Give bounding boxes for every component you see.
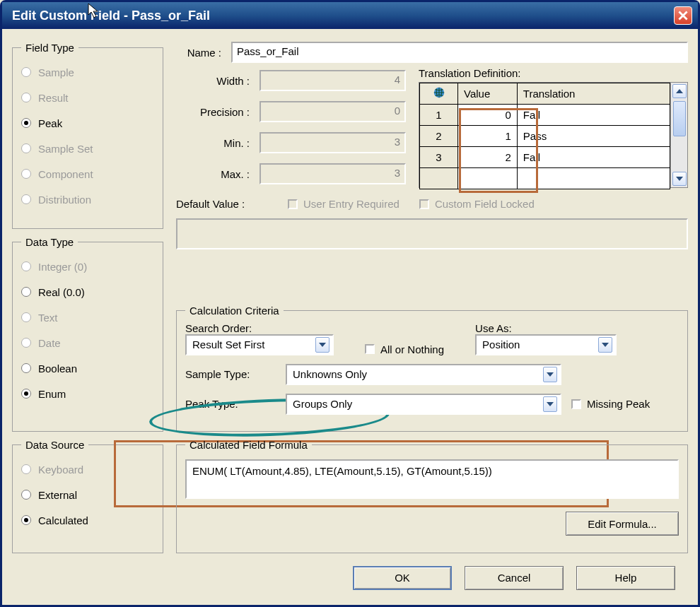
radio-keyboard	[21, 464, 31, 474]
radio-label: Distribution	[38, 194, 91, 206]
radio-label: Calculated	[38, 514, 88, 526]
chevron-down-icon	[543, 367, 557, 382]
precision-input[interactable]: 0	[259, 101, 406, 122]
calculated-formula-group: Calculated Field Formula ENUM( LT(Amount…	[176, 439, 688, 553]
field-locked-checkbox	[419, 199, 429, 209]
peak-type-select[interactable]: Groups Only	[286, 394, 561, 415]
precision-label: Precision :	[176, 106, 254, 118]
data-source-group: Data Source Keyboard External Calculated	[12, 439, 163, 553]
all-or-nothing-checkbox[interactable]	[365, 344, 375, 354]
field-type-group: Field Type Sample Result Peak Sample Set…	[12, 42, 163, 229]
radio-external[interactable]	[21, 490, 31, 500]
table-row[interactable]: 21Pass	[420, 126, 670, 147]
sample-type-select[interactable]: Unknowns Only	[286, 364, 561, 385]
scroll-down-button[interactable]	[672, 172, 687, 186]
value-header: Value	[458, 83, 518, 105]
ok-button[interactable]: OK	[353, 566, 452, 590]
max-label: Max. :	[176, 168, 254, 180]
dialog-buttons: OK Cancel Help	[12, 560, 688, 598]
width-label: Width :	[176, 75, 254, 87]
table-row[interactable]: 10Fail	[420, 105, 670, 126]
radio-label: Text	[38, 312, 58, 324]
radio-sample	[21, 67, 31, 77]
data-type-group: Data Type Integer (0) Real (0.0) Text Da…	[12, 236, 163, 432]
radio-sample-set	[21, 143, 31, 153]
missing-peak-checkbox[interactable]	[571, 399, 581, 409]
data-source-legend: Data Source	[21, 439, 88, 451]
radio-distribution	[21, 194, 31, 204]
field-properties: Name : Pass_or_Fail Width : 4 Precision …	[176, 42, 688, 297]
chevron-down-icon	[676, 177, 683, 181]
radio-enum[interactable]	[21, 389, 31, 399]
radio-label: Result	[38, 92, 69, 104]
radio-text	[21, 312, 31, 322]
globe-header	[420, 83, 458, 105]
radio-label: Keyboard	[38, 464, 83, 476]
translation-label: Translation Definition:	[419, 67, 688, 79]
edit-formula-button[interactable]: Edit Formula...	[566, 512, 679, 536]
field-locked-label: Custom Field Locked	[435, 198, 535, 210]
search-order-label: Search Order:	[185, 322, 334, 334]
missing-peak-label: Missing Peak	[587, 398, 650, 410]
use-as-select[interactable]: Position	[475, 334, 617, 355]
scroll-up-button[interactable]	[672, 84, 687, 98]
chevron-down-icon	[598, 337, 612, 353]
radio-date	[21, 338, 31, 348]
radio-peak[interactable]	[21, 118, 31, 128]
dialog-window: Edit Custom Field - Pass_or_Fail Field T…	[0, 0, 700, 607]
help-button[interactable]: Help	[576, 566, 675, 590]
chevron-down-icon	[543, 396, 557, 412]
radio-label: External	[38, 489, 77, 501]
radio-result	[21, 93, 31, 102]
chevron-up-icon	[676, 89, 683, 93]
radio-label: Peak	[38, 117, 62, 129]
radio-label: Date	[38, 337, 61, 349]
radio-label: Real (0.0)	[38, 286, 85, 298]
dialog-body: Field Type Sample Result Peak Sample Set…	[2, 29, 698, 605]
user-entry-checkbox	[288, 199, 298, 209]
close-icon	[678, 11, 688, 20]
translation-header: Translation	[517, 83, 670, 105]
cancel-button[interactable]: Cancel	[465, 566, 564, 590]
radio-real[interactable]	[21, 287, 31, 297]
default-value-label: Default Value :	[176, 198, 268, 210]
radio-label: Component	[38, 168, 93, 180]
calculation-criteria-group: Calculation Criteria Search Order: Resul…	[176, 305, 688, 432]
window-title: Edit Custom Field - Pass_or_Fail	[12, 8, 210, 23]
table-row-empty[interactable]	[420, 168, 670, 189]
radio-integer	[21, 261, 31, 271]
close-button[interactable]	[674, 6, 692, 25]
min-label: Min. :	[176, 137, 254, 149]
search-order-select[interactable]: Result Set First	[185, 334, 334, 355]
width-input[interactable]: 4	[259, 70, 406, 91]
radio-calculated[interactable]	[21, 515, 31, 525]
radio-component	[21, 169, 31, 179]
chevron-down-icon	[315, 337, 329, 353]
calc-formula-legend: Calculated Field Formula	[185, 439, 312, 451]
radio-label: Boolean	[38, 363, 77, 375]
user-entry-label: User Entry Required	[303, 198, 399, 210]
table-row[interactable]: 32Fail	[420, 147, 670, 168]
translation-scrollbar[interactable]	[670, 83, 687, 187]
name-label: Name :	[176, 47, 226, 59]
default-value-input[interactable]	[176, 218, 688, 249]
sample-type-label: Sample Type:	[185, 368, 276, 380]
field-type-legend: Field Type	[21, 42, 78, 54]
name-input[interactable]: Pass_or_Fail	[231, 42, 688, 63]
calc-criteria-legend: Calculation Criteria	[185, 305, 284, 317]
all-or-nothing-label: All or Nothing	[380, 343, 444, 355]
translation-grid[interactable]: Value Translation 10Fail 21Pass 32Fail	[419, 82, 688, 188]
data-type-legend: Data Type	[21, 236, 78, 248]
max-input[interactable]: 3	[259, 163, 406, 184]
scroll-thumb[interactable]	[673, 101, 686, 136]
radio-label: Enum	[38, 388, 66, 400]
formula-input[interactable]: ENUM( LT(Amount,4.85), LTE(Amount,5.15),…	[185, 459, 679, 499]
titlebar: Edit Custom Field - Pass_or_Fail	[2, 2, 698, 29]
radio-label: Sample Set	[38, 143, 93, 155]
radio-label: Sample	[38, 66, 74, 78]
radio-label: Integer (0)	[38, 261, 87, 273]
radio-boolean[interactable]	[21, 363, 31, 373]
peak-type-label: Peak Type:	[185, 398, 276, 410]
min-input[interactable]: 3	[259, 132, 406, 153]
globe-icon	[433, 86, 445, 99]
